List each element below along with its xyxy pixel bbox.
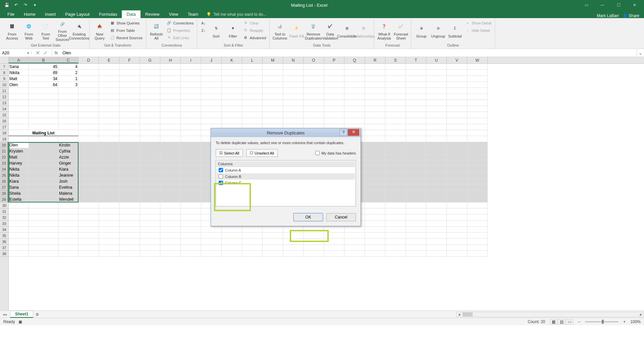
cell[interactable] bbox=[58, 124, 78, 130]
cell[interactable] bbox=[406, 227, 426, 233]
cell[interactable] bbox=[304, 112, 324, 118]
cell[interactable] bbox=[242, 245, 263, 251]
cell[interactable] bbox=[181, 94, 201, 100]
row-header[interactable]: 34 bbox=[0, 227, 8, 233]
cell[interactable] bbox=[99, 94, 119, 100]
row-header[interactable]: 27 bbox=[0, 184, 8, 190]
cell[interactable] bbox=[99, 70, 119, 76]
cell[interactable] bbox=[344, 118, 365, 124]
cell[interactable] bbox=[385, 148, 406, 154]
cell[interactable] bbox=[365, 82, 385, 88]
cell[interactable] bbox=[222, 227, 242, 233]
tab-home[interactable]: Home bbox=[19, 10, 40, 18]
cell[interactable] bbox=[263, 251, 283, 257]
sheet-nav[interactable]: ◂▸ bbox=[0, 312, 10, 317]
cell[interactable] bbox=[467, 160, 488, 166]
cell[interactable] bbox=[467, 239, 488, 245]
cell[interactable] bbox=[78, 124, 99, 130]
cell[interactable] bbox=[29, 148, 58, 154]
from-access-button[interactable]: 🗄️From Access bbox=[4, 19, 20, 42]
cell[interactable] bbox=[78, 118, 99, 124]
cell[interactable] bbox=[426, 82, 447, 88]
cell[interactable]: Krysten bbox=[9, 148, 29, 154]
nav-prev-icon[interactable]: ◂ bbox=[3, 312, 5, 317]
cell[interactable] bbox=[263, 112, 283, 118]
refresh-all-button[interactable]: 🔄Refresh All bbox=[148, 19, 164, 42]
cell[interactable] bbox=[181, 190, 201, 196]
cell[interactable] bbox=[263, 118, 283, 124]
cell[interactable] bbox=[119, 184, 140, 190]
tab-formulas[interactable]: Formulas bbox=[94, 10, 122, 18]
cell[interactable] bbox=[201, 112, 222, 118]
cell[interactable] bbox=[99, 245, 119, 251]
cell[interactable] bbox=[467, 233, 488, 239]
cell[interactable] bbox=[29, 172, 58, 178]
cell[interactable] bbox=[99, 208, 119, 215]
cell[interactable] bbox=[447, 88, 467, 94]
advanced-filter-button[interactable]: ⚙Advanced bbox=[241, 34, 267, 41]
cell[interactable] bbox=[119, 136, 140, 142]
cell[interactable] bbox=[263, 70, 283, 76]
cell[interactable] bbox=[201, 94, 222, 100]
cell[interactable] bbox=[447, 124, 467, 130]
cell[interactable] bbox=[426, 64, 447, 70]
cell[interactable] bbox=[140, 130, 160, 136]
column-header[interactable]: S bbox=[385, 57, 406, 63]
cell[interactable] bbox=[119, 100, 140, 106]
cell[interactable] bbox=[201, 239, 222, 245]
cell[interactable] bbox=[99, 166, 119, 172]
cell[interactable] bbox=[426, 100, 447, 106]
cell[interactable] bbox=[426, 208, 447, 215]
cell[interactable] bbox=[29, 208, 58, 215]
cell[interactable] bbox=[242, 227, 263, 233]
cell[interactable] bbox=[385, 70, 406, 76]
cell[interactable]: Cythia bbox=[58, 148, 78, 154]
cell[interactable] bbox=[78, 196, 99, 202]
cell[interactable] bbox=[365, 221, 385, 227]
cell[interactable] bbox=[365, 196, 385, 202]
cell[interactable] bbox=[119, 112, 140, 118]
zoom-out-button[interactable]: − bbox=[578, 319, 580, 324]
cell[interactable] bbox=[365, 118, 385, 124]
cell[interactable] bbox=[365, 106, 385, 112]
cell[interactable] bbox=[324, 118, 344, 124]
cell[interactable] bbox=[119, 178, 140, 184]
nav-next-icon[interactable]: ▸ bbox=[5, 312, 7, 317]
cell[interactable] bbox=[385, 94, 406, 100]
cell[interactable]: Malena bbox=[58, 190, 78, 196]
flash-fill-button[interactable]: ⚡Flash Fill bbox=[288, 19, 305, 42]
cell[interactable] bbox=[385, 166, 406, 172]
cell[interactable] bbox=[263, 88, 283, 94]
cell[interactable] bbox=[365, 148, 385, 154]
from-web-button[interactable]: 🌐From Web bbox=[21, 19, 37, 42]
cell[interactable] bbox=[119, 245, 140, 251]
column-header[interactable]: R bbox=[365, 57, 385, 63]
cell[interactable] bbox=[181, 88, 201, 94]
cell[interactable] bbox=[58, 208, 78, 215]
cell[interactable] bbox=[406, 94, 426, 100]
cell[interactable] bbox=[29, 239, 58, 245]
cell[interactable] bbox=[78, 160, 99, 166]
cell[interactable] bbox=[467, 130, 488, 136]
cell[interactable] bbox=[78, 70, 99, 76]
page-layout-view-button[interactable]: ▤ bbox=[558, 319, 565, 324]
cell[interactable] bbox=[160, 82, 181, 88]
row-header[interactable]: 31 bbox=[0, 208, 8, 215]
sort-button[interactable]: ⇅Sort bbox=[208, 19, 224, 42]
cell[interactable] bbox=[160, 142, 181, 148]
cell[interactable] bbox=[385, 196, 406, 202]
cell[interactable] bbox=[283, 239, 304, 245]
forecast-sheet-button[interactable]: 📈Forecast Sheet bbox=[393, 19, 409, 42]
cell[interactable] bbox=[242, 100, 263, 106]
cell[interactable] bbox=[447, 172, 467, 178]
row-header[interactable]: 11 bbox=[0, 88, 8, 94]
cell[interactable] bbox=[263, 227, 283, 233]
cell[interactable] bbox=[467, 196, 488, 202]
cell[interactable] bbox=[201, 70, 222, 76]
cell[interactable] bbox=[365, 70, 385, 76]
tab-insert[interactable]: Insert bbox=[40, 10, 61, 18]
macro-record-icon[interactable]: ▣ bbox=[18, 319, 22, 324]
cell[interactable] bbox=[447, 202, 467, 208]
cell[interactable] bbox=[385, 76, 406, 82]
cell[interactable] bbox=[385, 208, 406, 215]
